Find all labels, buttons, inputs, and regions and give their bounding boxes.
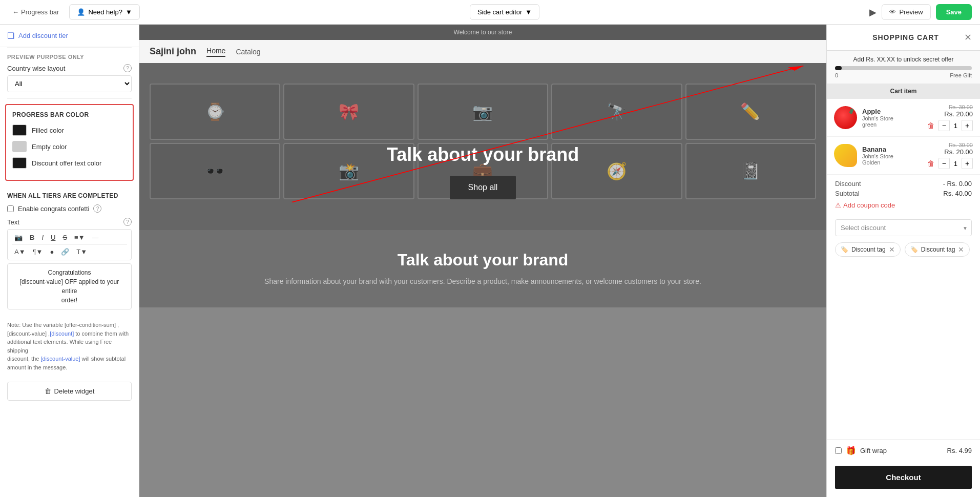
format-btn[interactable]: T▼: [74, 247, 90, 257]
banana-qty-controls: 🗑 − 1 +: [927, 158, 973, 169]
apple-current-price: Rs. 20.00: [927, 110, 973, 118]
main-layout: ❏ Add discount tier PREVIEW PURPOSE ONLY…: [0, 25, 980, 497]
empty-color-swatch[interactable]: [12, 141, 27, 152]
gift-icon: 🎁: [846, 446, 856, 455]
monitor-icon[interactable]: ▶: [869, 7, 877, 18]
cart-progress-bar-fill: [835, 66, 842, 70]
apple-qty-decrease[interactable]: −: [939, 120, 950, 131]
header-right: ▶ 👁 Preview Save: [869, 4, 972, 20]
congrats-text: Congratulations [discount-value] OFF app…: [7, 263, 132, 309]
font-size-btn[interactable]: A▼: [12, 247, 28, 257]
gift-wrap-label: Gift wrap: [860, 447, 887, 454]
text-info-icon[interactable]: ?: [123, 218, 132, 226]
banana-qty-decrease[interactable]: −: [939, 158, 950, 169]
tag-icon-2: 🏷️: [910, 246, 918, 253]
store-brand: Sajini john: [150, 46, 196, 57]
banana-trash-icon[interactable]: 🗑: [927, 159, 934, 168]
banana-item-prices: Rs. 30.00 Rs. 20.00 🗑 − 1 +: [927, 142, 973, 169]
gift-wrap-checkbox[interactable]: [835, 447, 842, 454]
cart-progress-bar-bg: [835, 66, 972, 70]
banana-item-store: John's Store: [862, 153, 922, 159]
nav-home[interactable]: Home: [206, 47, 225, 57]
gift-wrap-row: 🎁 Gift wrap Rs. 4.99: [827, 439, 980, 462]
preview-button[interactable]: 👁 Preview: [882, 4, 930, 20]
cart-close-button[interactable]: ✕: [964, 32, 972, 43]
info-icon[interactable]: ?: [123, 64, 132, 72]
confetti-info-icon[interactable]: ?: [93, 204, 101, 213]
sidebar-note: Note: Use the variable [offer-condition-…: [0, 316, 139, 377]
grid-icon: ❏: [7, 31, 14, 40]
center-preview: Welcome to our store Sajini john Home Ca…: [139, 25, 826, 497]
back-label: Progress bar: [21, 8, 59, 16]
hr-btn[interactable]: —: [90, 233, 101, 242]
tag-icon-1: 🏷️: [841, 246, 848, 253]
cart-summary: Discount - Rs. 0.00 Subtotal Rs. 40.00 ⚠…: [827, 175, 980, 216]
subtotal-label: Subtotal: [835, 190, 860, 197]
left-sidebar: ❏ Add discount tier PREVIEW PURPOSE ONLY…: [0, 25, 139, 497]
subtotal-row: Subtotal Rs. 40.00: [835, 190, 972, 197]
gift-wrap-price: Rs. 4.99: [947, 447, 972, 454]
save-button[interactable]: Save: [936, 4, 972, 20]
add-coupon-button[interactable]: ⚠ Add coupon code: [835, 199, 895, 211]
banana-image: [834, 144, 857, 167]
banana-item-name: Banana: [862, 146, 922, 153]
banana-qty-increase[interactable]: +: [962, 158, 973, 169]
discount-text-color-swatch[interactable]: [12, 157, 27, 169]
help-icon: 👤: [77, 8, 85, 16]
preview-section: PREVIEW PURPOSE ONLY Country wise layout…: [0, 48, 139, 98]
country-select[interactable]: All: [7, 75, 132, 92]
confetti-label: Enable congrats confetti: [18, 205, 89, 213]
text-editor-toolbar: 📷 B I U S ≡▼ — A▼ ¶▼ ● 🔗 T▼: [7, 229, 132, 260]
tag-close-2[interactable]: ✕: [958, 245, 964, 254]
brand-desc: Share information about your brand with …: [150, 276, 816, 287]
link-btn[interactable]: 🔗: [58, 247, 72, 257]
confetti-checkbox[interactable]: [7, 205, 14, 212]
align-btn[interactable]: ≡▼: [72, 233, 87, 242]
nav-catalog[interactable]: Catalog: [236, 48, 260, 56]
sketch-pen: ✏️: [685, 84, 816, 140]
add-tier-button[interactable]: ❏ Add discount tier: [7, 30, 68, 42]
checkout-button[interactable]: Checkout: [835, 466, 972, 489]
cart-progress-section: Add Rs. XX.XX to unlock secret offer 0 F…: [827, 51, 980, 84]
cart-title: SHOPPING CART: [847, 33, 964, 42]
apple-trash-icon[interactable]: 🗑: [927, 121, 934, 130]
sketch-bowtie: 🎀: [283, 84, 414, 140]
bold-btn[interactable]: B: [27, 233, 37, 242]
image-btn[interactable]: 📷: [12, 233, 25, 242]
help-label[interactable]: Need help?: [88, 8, 122, 16]
cart-progress-text: Add Rs. XX.XX to unlock secret offer: [835, 56, 972, 63]
shop-all-button[interactable]: Shop all: [450, 176, 516, 199]
paragraph-btn[interactable]: ¶▼: [30, 247, 46, 257]
text-color-btn[interactable]: ●: [47, 247, 56, 257]
apple-qty-value: 1: [952, 122, 960, 130]
editor-dropdown[interactable]: Side cart editor ▼: [470, 4, 539, 20]
apple-qty-increase[interactable]: +: [962, 120, 973, 131]
subtotal-value: Rs. 40.00: [943, 190, 972, 197]
underline-btn[interactable]: U: [48, 233, 58, 242]
apple-price-block: Rs. 30.00 Rs. 20.00: [927, 104, 973, 118]
apple-qty-controls: 🗑 − 1 +: [927, 120, 973, 131]
preview-only-label: PREVIEW PURPOSE ONLY: [7, 54, 132, 60]
italic-btn[interactable]: I: [39, 233, 46, 242]
cart-header: SHOPPING CART ✕: [827, 25, 980, 51]
apple-image: [834, 106, 857, 129]
hero-section: ⌚ 🎀 📷 🔭 ✏️ 🕶️ 📸 💼 🧭 📓 Talk about your br…: [139, 63, 826, 230]
progress-color-section: PROGRESS BAR COLOR Filled color Empty co…: [5, 104, 134, 181]
country-layout-row: Country wise layout ?: [7, 64, 132, 72]
discount-select[interactable]: Select discount: [835, 219, 972, 236]
empty-color-row: Empty color: [12, 141, 127, 152]
delete-widget-button[interactable]: 🗑 Delete widget: [7, 382, 132, 401]
sketch-watch: ⌚: [150, 84, 280, 140]
cart-item-apple: Apple John's Store green Rs. 30.00 Rs. 2…: [827, 99, 980, 137]
filled-color-row: Filled color: [12, 125, 127, 136]
toolbar-row-1: 📷 B I U S ≡▼ —: [12, 233, 127, 245]
help-section: 👤 Need help? ▼: [69, 4, 139, 20]
back-button[interactable]: ← Progress bar: [8, 5, 63, 19]
strikethrough-btn[interactable]: S: [60, 233, 70, 242]
filled-color-swatch[interactable]: [12, 125, 27, 136]
help-chevron-icon: ▼: [126, 8, 132, 16]
discount-value: - Rs. 0.00: [943, 180, 972, 188]
tag-close-1[interactable]: ✕: [889, 245, 895, 254]
discount-select-wrapper: Select discount ▼: [827, 216, 980, 239]
apple-item-prices: Rs. 30.00 Rs. 20.00 🗑 − 1 +: [927, 104, 973, 131]
